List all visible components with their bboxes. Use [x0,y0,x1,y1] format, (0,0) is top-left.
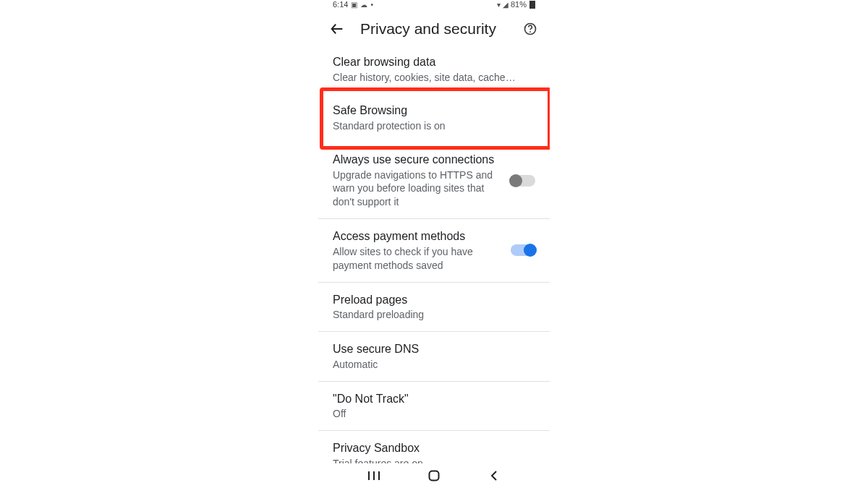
wifi-icon: ▾ [497,1,501,9]
battery-icon [529,1,535,9]
item-subtitle: Allow sites to check if you have payment… [333,245,498,273]
item-label: Always use secure connections [333,152,498,168]
item-access-payment-methods[interactable]: Access payment methods Allow sites to ch… [318,219,550,281]
item-label: Access payment methods [333,228,498,244]
item-do-not-track[interactable]: "Do Not Track" Off [318,382,550,430]
item-secure-dns[interactable]: Use secure DNS Automatic [318,332,550,380]
item-subtitle: Clear history, cookies, site data, cache… [333,71,535,85]
item-subtitle: Off [333,407,535,421]
item-subtitle: Upgrade navigations to HTTPS and warn yo… [333,168,498,210]
help-icon [523,22,537,36]
notification-icon: ☁ [360,1,367,9]
item-preload-pages[interactable]: Preload pages Standard preloading [318,283,550,331]
home-icon [428,470,440,481]
item-always-secure-connections[interactable]: Always use secure connections Upgrade na… [318,142,550,218]
item-subtitle: Trial features are on [333,457,535,463]
phone-frame: 6:14 ▣ ☁ • ▾ ◢ 81% Privacy and security [318,0,550,488]
item-clear-browsing-data[interactable]: Clear browsing data Clear history, cooki… [318,45,550,93]
battery-percent: 81% [511,0,527,9]
back-nav-button[interactable] [487,468,501,483]
back-button[interactable] [328,20,346,38]
item-subtitle: Automatic [333,358,535,372]
item-label: Safe Browsing [333,103,535,119]
more-notifications-icon: • [370,1,373,9]
home-button[interactable] [427,468,441,483]
svg-rect-2 [429,471,438,481]
item-label: Clear browsing data [333,54,535,70]
toggle-always-secure[interactable] [511,175,535,187]
page-title: Privacy and security [360,20,508,38]
item-safe-browsing[interactable]: Safe Browsing Standard protection is on [318,93,550,142]
item-label: "Do Not Track" [333,391,535,407]
item-subtitle: Standard preloading [333,308,535,322]
app-bar: Privacy and security [318,13,550,45]
settings-list: Clear browsing data Clear history, cooki… [318,45,550,463]
chevron-left-icon [489,471,499,481]
svg-point-1 [529,31,531,33]
notification-icon: ▣ [351,1,357,9]
item-label: Preload pages [333,292,535,308]
item-subtitle: Standard protection is on [333,119,535,133]
recents-icon [367,471,380,481]
status-time: 6:14 [333,0,348,9]
toggle-payment-methods[interactable] [511,244,535,256]
android-nav-bar [318,463,550,488]
item-label: Privacy Sandbox [333,440,535,456]
status-bar: 6:14 ▣ ☁ • ▾ ◢ 81% [318,0,550,13]
signal-icon: ◢ [503,1,509,9]
help-button[interactable] [522,21,538,37]
item-privacy-sandbox[interactable]: Privacy Sandbox Trial features are on [318,431,550,463]
arrow-left-icon [329,21,345,37]
recents-button[interactable] [367,468,381,483]
item-label: Use secure DNS [333,341,535,357]
